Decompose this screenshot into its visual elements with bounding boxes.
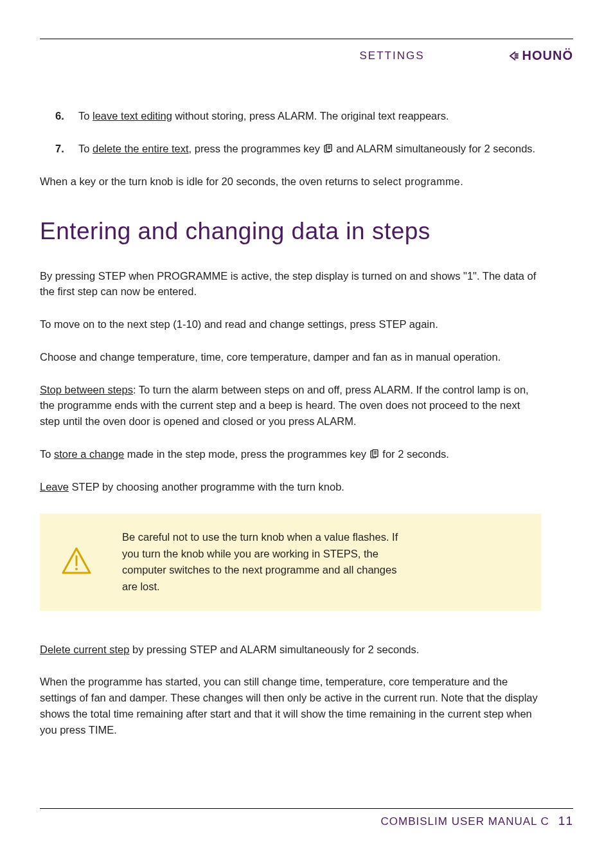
page-footer: COMBISLIM USER MANUAL C 11 <box>40 808 573 828</box>
list-number: 6. <box>55 108 67 124</box>
text: without storing, press ALARM. The origin… <box>172 110 449 122</box>
ui-text: select programme <box>373 176 460 187</box>
underline-text: leave text editing <box>93 110 172 122</box>
list-item-7: 7. To delete the entire text, press the … <box>55 141 541 157</box>
text: When a key or the turn knob is idle for … <box>40 176 373 187</box>
paragraph-leave: Leave STEP by choosing another programme… <box>40 479 541 495</box>
warning-icon <box>62 547 91 577</box>
paragraph-store-change: To store a change made in the step mode,… <box>40 446 541 462</box>
text: . <box>460 176 463 187</box>
text: To <box>78 143 93 154</box>
idle-paragraph: When a key or the turn knob is idle for … <box>40 174 541 190</box>
text: and ALARM simultaneously for 2 seconds. <box>336 143 535 154</box>
text: STEP by choosing another programme with … <box>69 481 344 493</box>
text: To <box>78 110 93 122</box>
page-header: SETTINGS HOUNÖ <box>40 48 573 63</box>
text: by pressing STEP and ALARM simultaneousl… <box>129 644 419 655</box>
underline-text: store a change <box>54 448 124 460</box>
svg-rect-6 <box>373 449 378 457</box>
top-rule <box>40 39 573 39</box>
paragraph-delete-step: Delete current step by pressing STEP and… <box>40 642 541 658</box>
body-content: 6. To leave text editing without storing… <box>40 108 541 737</box>
text: for 2 seconds. <box>382 448 449 460</box>
text: To <box>40 448 54 460</box>
warning-text: Be careful not to use the turn knob when… <box>122 529 405 595</box>
section-label: SETTINGS <box>360 50 425 62</box>
programmes-key-icon <box>369 448 380 458</box>
warning-callout: Be careful not to use the turn knob when… <box>40 514 541 610</box>
underline-text: Leave <box>40 481 69 493</box>
list-number: 7. <box>55 141 67 157</box>
footer-title: COMBISLIM USER MANUAL C <box>381 815 549 828</box>
brand-logo: HOUNÖ <box>508 48 573 63</box>
paragraph-stop-between: Stop between steps: To turn the alarm be… <box>40 382 541 429</box>
svg-rect-1 <box>326 144 332 151</box>
text: made in the step mode, press the program… <box>124 448 369 460</box>
list-body: To delete the entire text, press the pro… <box>78 141 541 157</box>
programmes-key-icon <box>323 143 333 153</box>
list-item-6: 6. To leave text editing without storing… <box>55 108 541 124</box>
text: , press the programmes key <box>189 143 323 154</box>
svg-point-11 <box>75 568 78 570</box>
section-heading: Entering and changing data in steps <box>40 218 541 245</box>
list-body: To leave text editing without storing, p… <box>78 108 541 124</box>
underline-text: Delete current step <box>40 644 129 655</box>
underline-text: Stop between steps <box>40 384 133 395</box>
paragraph: To move on to the next step (1-10) and r… <box>40 316 541 332</box>
paragraph: By pressing STEP when PROGRAMME is activ… <box>40 268 541 300</box>
paragraph: Choose and change temperature, time, cor… <box>40 349 541 365</box>
underline-text: delete the entire text <box>93 143 189 154</box>
brand-text: HOUNÖ <box>522 48 573 63</box>
paragraph: When the programme has started, you can … <box>40 674 541 737</box>
brand-arrow-icon <box>508 50 520 62</box>
footer-rule <box>40 808 573 809</box>
page-number: 11 <box>558 814 573 828</box>
